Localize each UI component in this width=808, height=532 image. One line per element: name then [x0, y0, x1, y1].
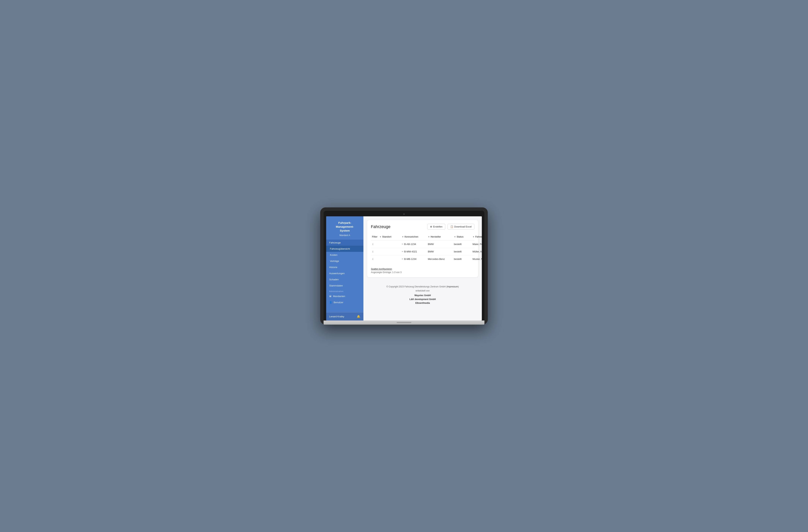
spalten-konfigurieren-link[interactable]: Spalten konfigurieren: [371, 268, 392, 270]
screen-bezel: Fuhrpark-Management-System Mandant A Fah…: [324, 211, 484, 321]
row2-status: bestellt: [453, 249, 472, 254]
card-header: Fahrzeuge ⊕ Erstellen 📋 Download Excel: [371, 224, 474, 230]
user-name: Lenard Kratky: [329, 315, 344, 318]
header-actions: ⊕ Erstellen 📋 Download Excel: [427, 224, 474, 230]
row2-filter: ⊻: [371, 249, 378, 254]
row1-standort: [378, 243, 401, 245]
sidebar-item-fahrzeuguebersicht[interactable]: Fahrzeugübersicht: [326, 246, 363, 252]
company-2: L&K development GmbH: [409, 298, 436, 301]
sidebar-item-benutzer[interactable]: 👤 Benutzer: [326, 299, 363, 305]
eintraege-count: Angezeigte Einträge: 1-3 von 3: [371, 271, 474, 273]
col-fahrer: ▼ Fahrer: [472, 235, 482, 239]
camera: [403, 213, 405, 215]
company-1: Wayotec GmbH: [415, 294, 431, 297]
row2-standort: [378, 250, 401, 253]
row2-filter-icon[interactable]: ⊻: [372, 250, 374, 253]
col-standort: ▼ Standort: [378, 235, 401, 239]
row2-hersteller: BMW: [427, 249, 453, 254]
laptop-frame: Fuhrpark-Management-System Mandant A Fah…: [320, 207, 488, 325]
table-header: Filter ▼ Standort ▼ Kennzeichen ▼: [371, 233, 474, 241]
dev-companies: Wayotec GmbH L&K development GmbH Elbsen…: [367, 293, 478, 305]
sidebar-item-auswertungen[interactable]: Auswertungen: [326, 270, 363, 277]
row1-status: bestellt: [453, 242, 472, 247]
entwickelt-von-text: entwickelt von: [367, 289, 478, 293]
table-row: ⊻ ✏ B-AB-1234 BMW bestellt Maier, Peter: [371, 241, 474, 248]
sidebar-item-vertraege[interactable]: Verträge: [326, 258, 363, 264]
filter-standort-icon[interactable]: ▼: [380, 236, 382, 238]
mandant-label: Mandant A: [326, 234, 363, 240]
row1-fahrer: Maier, Peter: [472, 242, 482, 247]
sidebar-nav: Fahrzeuge Fahrzeugübersicht Kosten Vertr…: [326, 240, 363, 312]
copyright-close: ): [458, 285, 459, 288]
excel-icon: 📋: [451, 225, 453, 228]
sidebar-item-fahrzeuge[interactable]: Fahrzeuge: [326, 240, 363, 246]
building-icon: 🏛: [329, 295, 332, 298]
company-3: Elbsenfmedia: [415, 302, 430, 304]
row3-filter: ⊻: [371, 257, 378, 262]
sidebar-footer: Lenard Kratky 🔔: [326, 312, 363, 321]
main-content: Fahrzeuge ⊕ Erstellen 📋 Download Excel: [363, 216, 482, 321]
sidebar-item-kosten[interactable]: Kosten: [326, 252, 363, 258]
copyright-text: © Copyright 2023 Fahrzeug Dienstleistung…: [386, 285, 447, 288]
app-title: Fuhrpark-Management-System: [326, 216, 363, 234]
table-footer: Spalten konfigurieren Angezeigte Einträg…: [371, 266, 474, 273]
col-filter: Filter: [371, 235, 378, 239]
col-kennzeichen: ▼ Kennzeichen: [401, 235, 427, 239]
download-excel-button[interactable]: 📋 Download Excel: [447, 224, 474, 230]
row3-standort: [378, 258, 401, 260]
col-status: ▼ Status: [453, 235, 472, 239]
benutzer-label: Benutzer: [334, 301, 343, 304]
page-footer: © Copyright 2023 Fahrzeug Dienstleistung…: [363, 281, 482, 309]
row3-filter-icon[interactable]: ⊻: [372, 258, 374, 261]
row3-status: bestellt: [453, 256, 472, 262]
row2-edit-icon[interactable]: ✏: [402, 250, 403, 253]
vehicles-table: Filter ▼ Standort ▼ Kennzeichen ▼: [371, 233, 474, 263]
vehicles-card: Fahrzeuge ⊕ Erstellen 📋 Download Excel: [367, 220, 478, 277]
page-title: Fahrzeuge: [371, 224, 390, 229]
copyright-line: © Copyright 2023 Fahrzeug Dienstleistung…: [367, 285, 478, 289]
row3-edit-icon[interactable]: ✏: [402, 258, 403, 260]
row1-filter-icon[interactable]: ⊻: [372, 243, 374, 246]
sidebar-item-stammdaten[interactable]: Stammdaten: [326, 283, 363, 289]
table-row: ⊻ ✏ B-MB-1234 Mercedes-Benz bestellt Mus…: [371, 255, 474, 263]
sidebar-item-schaden[interactable]: Schaden: [326, 277, 363, 283]
bell-icon[interactable]: 🔔: [357, 315, 361, 318]
row1-hersteller: BMW: [427, 242, 453, 247]
sidebar: Fuhrpark-Management-System Mandant A Fah…: [326, 216, 363, 321]
impressum-link[interactable]: Impressum: [447, 285, 458, 288]
filter-kennzeichen-icon[interactable]: ▼: [402, 236, 404, 238]
row1-edit-icon[interactable]: ✏: [402, 243, 403, 245]
filter-hersteller-icon[interactable]: ▼: [428, 236, 430, 238]
filter-status-icon[interactable]: ▼: [454, 236, 456, 238]
erstellen-button[interactable]: ⊕ Erstellen: [427, 224, 445, 230]
table-row: ⊻ ✏ B-MW-4321 BMW bestellt Müller, Anna: [371, 248, 474, 255]
mandanten-label: Mandanten: [333, 295, 345, 298]
laptop-base: [324, 321, 484, 325]
row1-kennzeichen: ✏ B-AB-1234: [401, 242, 427, 247]
row3-fahrer: Muster, Max: [472, 256, 482, 262]
filter-fahrer-icon[interactable]: ▼: [473, 236, 475, 238]
sidebar-item-mandanten[interactable]: 🏛 Mandanten: [326, 293, 363, 299]
screen: Fuhrpark-Management-System Mandant A Fah…: [326, 216, 482, 321]
administration-label: Administration: [326, 289, 363, 293]
plus-icon: ⊕: [430, 225, 432, 228]
col-hersteller: ▼ Hersteller: [427, 235, 453, 239]
row2-kennzeichen: ✏ B-MW-4321: [401, 249, 427, 254]
row3-kennzeichen: ✏ B-MB-1234: [401, 256, 427, 262]
row1-filter: ⊻: [371, 242, 378, 247]
row3-hersteller: Mercedes-Benz: [427, 256, 453, 262]
laptop-notch: [397, 322, 411, 323]
user-icon: 👤: [329, 301, 332, 304]
row2-fahrer: Müller, Anna: [472, 249, 482, 254]
sidebar-item-historie[interactable]: Historie: [326, 264, 363, 270]
